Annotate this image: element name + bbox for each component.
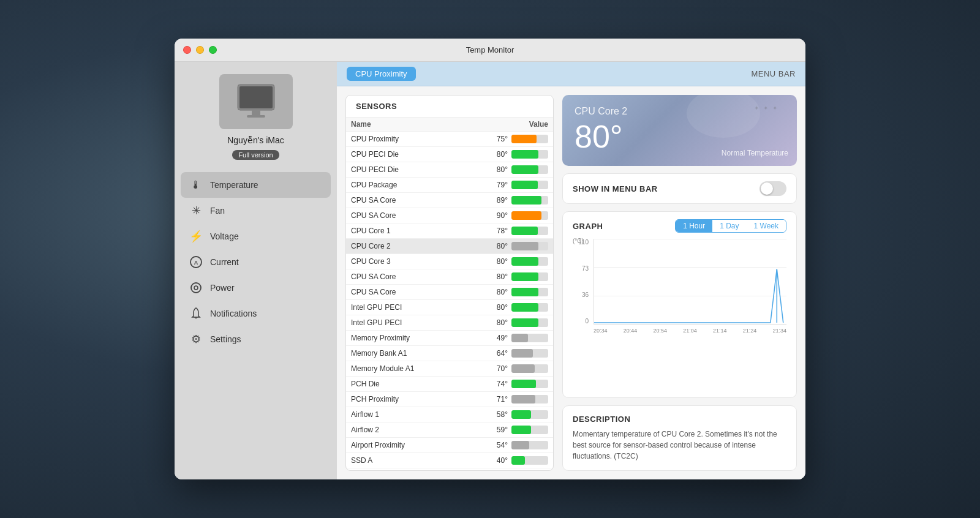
sensor-bar (511, 272, 538, 281)
sensor-bar (511, 196, 541, 205)
nav-items: 🌡 Temperature ✳ Fan ⚡ Voltage A Current (175, 172, 337, 352)
sensor-row[interactable]: CPU SA Core 89° (346, 193, 553, 208)
sensor-bar-container (511, 364, 548, 373)
x-label-2044: 20:44 (624, 328, 638, 334)
sensor-row[interactable]: CPU PECI Die 80° (346, 162, 553, 178)
voltage-icon: ⚡ (189, 230, 203, 243)
sidebar-item-settings[interactable]: ⚙ Settings (181, 326, 331, 352)
sensor-bar (511, 181, 538, 189)
sensor-bar (511, 395, 535, 404)
sidebar-item-voltage[interactable]: ⚡ Voltage (181, 223, 331, 249)
sensor-bar (511, 227, 538, 235)
sensor-name: PCH Die (351, 380, 482, 388)
sensor-value: 54° (482, 441, 508, 449)
sensor-value: 71° (482, 395, 508, 404)
sensor-row[interactable]: CPU PECI Die 80° (346, 147, 553, 162)
sensor-name: CPU Package (351, 181, 482, 189)
sensor-row[interactable]: PCH Proximity 71° (346, 392, 553, 407)
sidebar-item-fan[interactable]: ✳ Fan (181, 198, 331, 223)
graph-svg (594, 239, 786, 324)
fullscreen-button[interactable] (209, 46, 217, 54)
sensor-row[interactable]: Intel GPU PECI 80° (346, 300, 553, 315)
sensor-value: 80° (482, 165, 508, 174)
sensor-bar (511, 303, 538, 312)
sensor-name: PCH Proximity (351, 395, 482, 404)
temperature-icon: 🌡 (189, 178, 203, 192)
sensor-row[interactable]: Intel GPU PECI 80° (346, 315, 553, 331)
cpu-proximity-button[interactable]: CPU Proximity (347, 67, 416, 81)
sensor-row[interactable]: CPU Package 79° (346, 178, 553, 193)
col-name-header: Name (351, 120, 518, 129)
sensor-row[interactable]: Airflow 1 58° (346, 407, 553, 422)
sensor-bar-container (511, 150, 548, 159)
svg-rect-2 (252, 110, 260, 115)
close-button[interactable] (183, 46, 191, 54)
description-text: Momentary temperature of CPU Core 2. Som… (573, 429, 786, 462)
sidebar-item-label: Power (210, 283, 235, 293)
bell-icon (189, 307, 203, 320)
sensor-name: CPU Core 2 (351, 242, 482, 250)
menu-bar-label: MENU BAR (751, 69, 796, 78)
sensor-value: 89° (482, 196, 508, 205)
graph-tab-1week[interactable]: 1 Week (747, 220, 786, 232)
fan-icon: ✳ (189, 204, 203, 217)
graph-area: (°C) 110 73 36 0 (573, 239, 786, 337)
sensor-value: 74° (482, 380, 508, 388)
menu-bar-toggle[interactable] (760, 181, 786, 196)
sensor-row[interactable]: CPU Core 2 80° (346, 239, 553, 254)
graph-card: GRAPH 1 Hour 1 Day 1 Week (°C) 110 (562, 211, 797, 398)
y-label-0: 0 (585, 318, 589, 325)
graph-tab-1day[interactable]: 1 Day (712, 220, 746, 232)
sensor-row[interactable]: CPU SA Core 90° (346, 208, 553, 223)
sensor-name: CPU Core 3 (351, 257, 482, 266)
sensor-row[interactable]: SSD A 40° (346, 453, 553, 468)
panels-container: SENSORS Name Value CPU Proximity 75° CPU… (337, 86, 805, 479)
sensor-bar-container (511, 318, 548, 327)
sidebar-item-power[interactable]: Power (181, 275, 331, 301)
sidebar-item-notifications[interactable]: Notifications (181, 301, 331, 326)
sensor-bar-container (511, 242, 548, 250)
y-label-110: 110 (578, 239, 589, 246)
sidebar-item-label: Temperature (210, 180, 258, 190)
sensor-bar-container (511, 395, 548, 404)
x-label-2124: 21:24 (743, 328, 757, 334)
sensor-row[interactable]: Memory Proximity 49° (346, 331, 553, 346)
sensor-bar (511, 150, 538, 159)
sensor-name: Airflow 1 (351, 410, 482, 419)
sensor-bar-container (511, 196, 548, 205)
sensor-row[interactable]: PCH Die 74° (346, 377, 553, 392)
sensors-list: CPU Proximity 75° CPU PECI Die 80° CPU P… (346, 132, 553, 470)
sensor-row[interactable]: CPU SA Core 80° (346, 269, 553, 285)
sensor-value: 40° (482, 456, 508, 465)
sensor-bar (511, 349, 533, 358)
minimize-button[interactable] (196, 46, 204, 54)
menu-bar-row: SHOW IN MENU BAR (562, 173, 797, 204)
sensor-detail-temp: 80° (575, 121, 785, 152)
sensor-bar-container (511, 288, 548, 296)
sensor-row[interactable]: CPU Core 1 78° (346, 223, 553, 239)
sidebar-item-current[interactable]: A Current (181, 249, 331, 275)
traffic-lights (183, 46, 217, 54)
y-label-73: 73 (582, 265, 589, 272)
version-badge: Full version (232, 150, 279, 160)
graph-tab-1hour[interactable]: 1 Hour (676, 220, 712, 232)
svg-text:A: A (194, 260, 198, 266)
graph-content (594, 239, 786, 325)
settings-icon: ⚙ (189, 332, 203, 346)
sensor-row[interactable]: Airflow 2 59° (346, 422, 553, 438)
current-icon: A (189, 255, 203, 269)
sidebar-item-temperature[interactable]: 🌡 Temperature (181, 172, 331, 198)
sensor-bar-container (511, 211, 548, 220)
sensor-bar (511, 165, 538, 174)
sensor-row[interactable]: CPU Proximity 75° (346, 132, 553, 147)
sensor-row[interactable]: CPU Core 3 80° (346, 254, 553, 269)
sensor-row[interactable]: Airport Proximity 54° (346, 438, 553, 453)
sensor-row[interactable]: Memory Module A1 70° (346, 361, 553, 377)
sensor-row[interactable]: CPU SA Core 80° (346, 285, 553, 300)
sensor-bar-container (511, 380, 548, 388)
sensor-value: 80° (482, 150, 508, 159)
sensor-row[interactable]: Memory Bank A1 64° (346, 346, 553, 361)
sensor-value: 80° (482, 303, 508, 312)
sensor-value: 80° (482, 257, 508, 266)
sensor-name: CPU PECI Die (351, 165, 482, 174)
